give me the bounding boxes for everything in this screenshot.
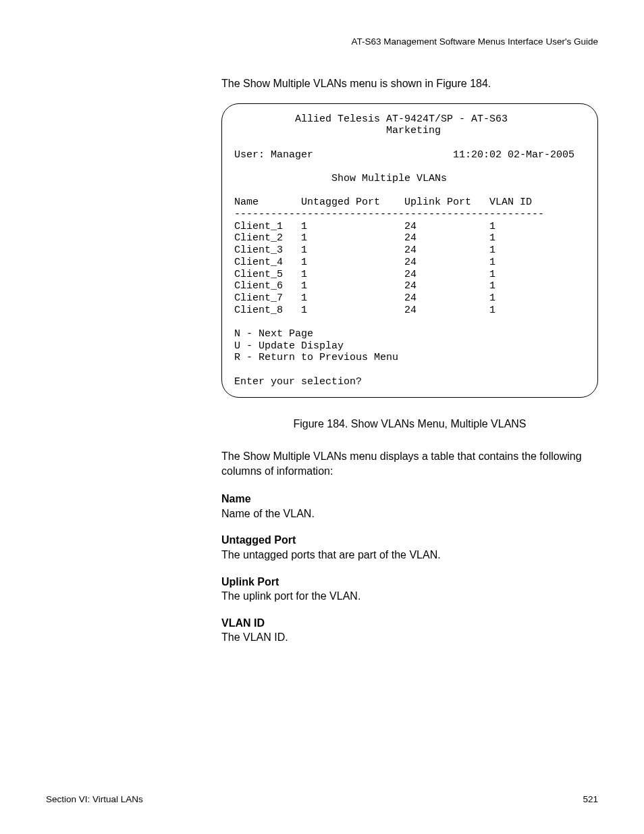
footer-page-number: 521 — [583, 794, 598, 804]
definition-vlan-id: VLAN ID The VLAN ID. — [221, 616, 598, 645]
header-guide-title: AT-S63 Management Software Menus Interfa… — [46, 36, 598, 47]
main-content: The Show Multiple VLANs menu is shown in… — [221, 76, 598, 645]
definition-uplink-port: Uplink Port The uplink port for the VLAN… — [221, 575, 598, 604]
term-untagged: Untagged Port — [221, 533, 598, 548]
text-vlanid: The VLAN ID. — [221, 630, 598, 645]
term-uplink: Uplink Port — [221, 575, 598, 590]
figure-caption: Figure 184. Show VLANs Menu, Multiple VL… — [221, 417, 598, 432]
term-vlanid: VLAN ID — [221, 616, 598, 631]
page-footer: Section VI: Virtual LANs 521 — [46, 794, 598, 804]
text-uplink: The uplink port for the VLAN. — [221, 589, 598, 604]
terminal-screen: Allied Telesis AT-9424T/SP - AT-S63 Mark… — [221, 103, 598, 398]
term-name: Name — [221, 492, 598, 506]
definition-name: Name Name of the VLAN. — [221, 492, 598, 521]
text-name: Name of the VLAN. — [221, 506, 598, 521]
document-page: AT-S63 Management Software Menus Interfa… — [0, 0, 644, 834]
intro-text: The Show Multiple VLANs menu is shown in… — [221, 76, 598, 91]
definition-untagged-port: Untagged Port The untagged ports that ar… — [221, 533, 598, 562]
footer-section: Section VI: Virtual LANs — [46, 794, 143, 804]
description-intro: The Show Multiple VLANs menu displays a … — [221, 449, 598, 478]
text-untagged: The untagged ports that are part of the … — [221, 548, 598, 563]
